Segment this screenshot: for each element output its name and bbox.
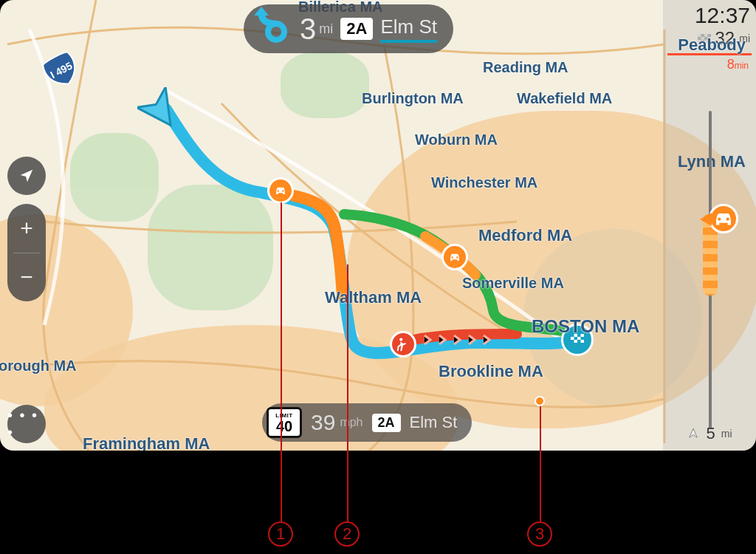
arrival-time: 12:37 <box>695 3 750 28</box>
delay-unit: min <box>735 61 749 71</box>
next-instruction-panel[interactable]: 3 mi 2A Elm St <box>244 4 453 53</box>
poi-dot <box>535 396 545 406</box>
roadworks-icon[interactable] <box>390 331 416 358</box>
traffic-delay: 8min <box>663 55 756 72</box>
turn-left-roundabout-icon <box>251 7 292 51</box>
annotation-line-2 <box>347 264 348 521</box>
city-label: Framingham MA <box>83 434 210 451</box>
city-label: Winchester MA <box>431 174 537 191</box>
city-label: Peabody <box>678 35 746 55</box>
annotation-number-3: 3 <box>527 521 552 547</box>
traffic-icon[interactable] <box>267 177 294 204</box>
instr-distance: 3 <box>300 13 316 46</box>
city-label: Somerville MA <box>462 275 564 292</box>
city-label: Burlington MA <box>362 90 464 107</box>
city-label: orough MA <box>0 358 77 375</box>
svg-point-1 <box>399 338 402 341</box>
status-bar[interactable]: LIMIT 40 39 mph 2A Elm St <box>262 403 472 442</box>
delay-value: 8 <box>727 57 735 72</box>
annotation-number-1: 1 <box>268 521 293 547</box>
zoom-in-button[interactable]: + <box>7 204 46 253</box>
zoom-control: + − <box>7 204 46 301</box>
recenter-button[interactable] <box>7 157 46 195</box>
instr-street: Elm St <box>380 16 437 43</box>
status-exit: 2A <box>372 414 401 432</box>
city-label: Wakefield MA <box>517 90 612 107</box>
city-label: Reading MA <box>483 59 568 76</box>
current-speed: 39 <box>311 410 335 435</box>
routebar-traffic-pin[interactable] <box>709 204 752 233</box>
traffic-icon[interactable] <box>441 244 468 270</box>
city-label: Medford MA <box>478 226 572 245</box>
city-label: Waltham MA <box>325 288 422 307</box>
route-bar[interactable]: 12:37 32 mi 8min Peabody Lynn MA <box>663 0 756 451</box>
navigation-screenshot: { "instruction": { "distance": "3", "dis… <box>0 0 756 554</box>
svg-rect-5 <box>574 337 578 340</box>
routebar-scale-unit: mi <box>721 428 732 440</box>
routebar-scale: 5 mi <box>663 424 756 443</box>
annotation-number-2: 2 <box>334 521 360 547</box>
map-canvas[interactable]: I 495 <box>0 0 756 451</box>
svg-rect-8 <box>577 340 581 343</box>
routebar-scale-value: 5 <box>706 424 715 443</box>
city-label: Woburn MA <box>415 131 498 148</box>
instr-distance-unit: mi <box>319 21 333 37</box>
speed-limit-sign: LIMIT 40 <box>267 407 302 438</box>
status-street: Elm St <box>410 413 458 432</box>
annotation-line-1 <box>281 202 282 521</box>
speed-limit-value: 40 <box>276 419 292 434</box>
main-menu-button[interactable]: • • • • <box>7 405 46 443</box>
city-label-boston: BOSTON MA <box>532 316 639 337</box>
city-label: Brookline MA <box>439 362 543 381</box>
road-network <box>0 0 756 451</box>
svg-rect-7 <box>571 340 574 343</box>
instr-exit: 2A <box>340 18 373 40</box>
north-arrow-icon <box>687 427 700 440</box>
svg-rect-6 <box>581 337 585 340</box>
zoom-out-button[interactable]: − <box>7 253 46 302</box>
current-position-marker <box>137 87 182 134</box>
current-speed-unit: mph <box>340 416 362 429</box>
annotation-line-3 <box>540 406 541 521</box>
